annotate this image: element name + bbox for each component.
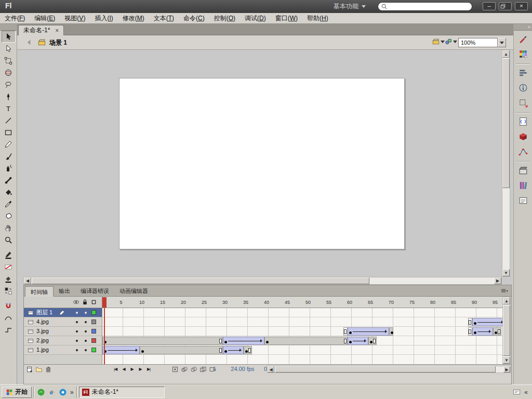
show-hide-all-layers-icon[interactable] — [73, 299, 79, 305]
step-forward-button[interactable]: ▶ — [136, 366, 144, 373]
layer-row-4[interactable]: 1.jpg — [24, 345, 102, 355]
pencil-tool[interactable] — [2, 138, 16, 150]
playhead-marker[interactable] — [102, 297, 107, 308]
frame-span[interactable] — [223, 346, 244, 354]
timeline-vertical-scrollbar[interactable]: ▲ ▼ — [502, 297, 511, 364]
layer-visibility-dot[interactable] — [76, 330, 78, 332]
lasso-tool[interactable] — [2, 78, 16, 90]
menu-item-4[interactable]: 修改(M) — [118, 13, 149, 23]
frame-row-2[interactable] — [102, 327, 502, 336]
layer-name[interactable]: 1.jpg — [36, 345, 49, 355]
vertical-scroll-thumb[interactable] — [503, 305, 510, 356]
frame-span[interactable] — [343, 327, 348, 336]
back-arrow-icon[interactable] — [25, 38, 33, 46]
code-snippets-panel-button[interactable] — [516, 115, 530, 128]
onion-skin-button[interactable] — [180, 365, 189, 374]
menu-item-8[interactable]: 调试(D) — [240, 13, 271, 23]
layer-name[interactable]: 图层 1 — [36, 308, 52, 317]
frame-span[interactable] — [264, 337, 348, 345]
color-defaults-swap-control[interactable] — [2, 285, 16, 297]
dock-collapse-chevron[interactable]: « — [514, 24, 532, 31]
frame-rate-indicator[interactable]: 24.00 fps — [227, 366, 259, 372]
workspace-switcher[interactable]: 基本功能 — [330, 0, 369, 13]
pen-tool[interactable] — [2, 90, 16, 102]
scroll-down-button[interactable]: ▼ — [503, 356, 510, 364]
edit-multiple-frames-button[interactable] — [199, 365, 207, 374]
layer-color-swatch[interactable] — [91, 310, 96, 315]
scroll-down-button[interactable]: ▼ — [502, 269, 510, 276]
layer-color-swatch[interactable] — [91, 320, 96, 324]
timeline-tab-0[interactable]: 时间轴 — [25, 286, 54, 297]
transform-panel-button[interactable] — [516, 96, 530, 110]
scroll-left-button[interactable]: ◀ — [24, 277, 31, 284]
timeline-horizontal-scrollbar[interactable]: ◀ ▶ — [267, 366, 511, 373]
playhead-line[interactable] — [104, 308, 105, 364]
timeline-tab-3[interactable]: 动画编辑器 — [114, 286, 153, 296]
menu-item-6[interactable]: 命令(C) — [179, 13, 209, 23]
paint-bucket-tool[interactable] — [2, 186, 16, 198]
scroll-left-button[interactable]: ◀ — [268, 366, 274, 373]
document-tab[interactable]: 未命名-1* × — [18, 25, 64, 35]
play-button[interactable]: ▶ — [128, 366, 136, 373]
step-back-button[interactable]: ◀ — [119, 366, 128, 373]
taskbar-task-button[interactable]: Fl 未命名-1* — [79, 387, 165, 398]
quick-launch-overflow-chevron[interactable]: » — [69, 389, 75, 396]
timeline-ruler[interactable]: 5101520253035404550556065707580859095 — [102, 297, 502, 308]
menu-item-0[interactable]: 文件(F) — [0, 13, 30, 23]
timeline-tab-1[interactable]: 输出 — [54, 286, 75, 296]
zoom-value[interactable]: 100% — [458, 38, 498, 47]
lock-all-layers-icon[interactable] — [82, 299, 88, 305]
layer-row-0[interactable]: 图层 1 — [24, 308, 102, 317]
edit-symbols-button[interactable] — [445, 38, 457, 45]
strings-panel-button[interactable] — [516, 194, 530, 207]
frame-span[interactable] — [223, 337, 264, 345]
info-panel-button[interactable] — [516, 81, 530, 95]
subselection-tool[interactable] — [2, 43, 16, 55]
library-panel-button[interactable] — [516, 179, 530, 192]
motion-presets-panel-button[interactable] — [516, 145, 530, 158]
frame-row-4[interactable] — [102, 345, 502, 355]
components-panel-button[interactable] — [516, 130, 530, 143]
layer-row-2[interactable]: 3.jpg — [24, 327, 102, 336]
scroll-right-button[interactable]: ▶ — [494, 277, 501, 284]
layer-lock-dot[interactable] — [85, 321, 87, 323]
layer-lock-dot[interactable] — [85, 330, 87, 332]
selection-tool[interactable] — [2, 31, 16, 43]
stroke-color-control[interactable] — [2, 249, 16, 261]
layer-name[interactable]: 4.jpg — [36, 317, 49, 327]
layer-name[interactable]: 2.jpg — [36, 336, 49, 345]
zoom-dropdown-button[interactable] — [498, 38, 506, 47]
layer-visibility-dot[interactable] — [76, 340, 78, 342]
quick-launch-icon-1[interactable] — [36, 387, 46, 397]
canvas-vertical-scrollbar[interactable]: ▲ ▼ — [502, 50, 510, 277]
scene-panel-button[interactable] — [516, 164, 530, 177]
stroke-color-swatch[interactable] — [2, 261, 16, 273]
new-layer-button[interactable] — [25, 365, 34, 374]
frame-span[interactable] — [468, 327, 472, 336]
frame-span[interactable] — [102, 346, 140, 354]
frame-span[interactable] — [102, 337, 223, 345]
bone-tool[interactable] — [2, 174, 16, 186]
start-button[interactable]: 开始 — [2, 387, 32, 398]
tools-panel-header[interactable] — [0, 24, 17, 31]
free-transform-tool[interactable] — [2, 55, 16, 66]
outline-all-layers-icon[interactable] — [90, 299, 97, 305]
menu-item-7[interactable]: 控制(O) — [209, 13, 240, 23]
goto-first-frame-button[interactable]: |◀ — [111, 366, 119, 373]
line-tool[interactable] — [2, 114, 16, 126]
tray-language-icon[interactable] — [513, 388, 521, 396]
straighten-option[interactable] — [2, 324, 16, 336]
rectangle-tool[interactable] — [2, 126, 16, 138]
align-panel-button[interactable] — [516, 66, 530, 79]
layer-color-swatch[interactable] — [91, 338, 96, 343]
scroll-up-button[interactable]: ▲ — [502, 50, 510, 58]
timeline-tab-2[interactable]: 编译器错误 — [75, 286, 114, 296]
layer-color-swatch[interactable] — [91, 329, 96, 334]
search-input[interactable] — [390, 3, 469, 10]
search-box[interactable] — [378, 2, 472, 11]
onion-outline-button[interactable] — [190, 365, 198, 374]
eraser-tool[interactable] — [2, 210, 16, 222]
layer-visibility-dot[interactable] — [76, 312, 78, 314]
spray-brush-tool[interactable] — [2, 162, 16, 174]
edit-scene-button[interactable] — [432, 38, 445, 45]
